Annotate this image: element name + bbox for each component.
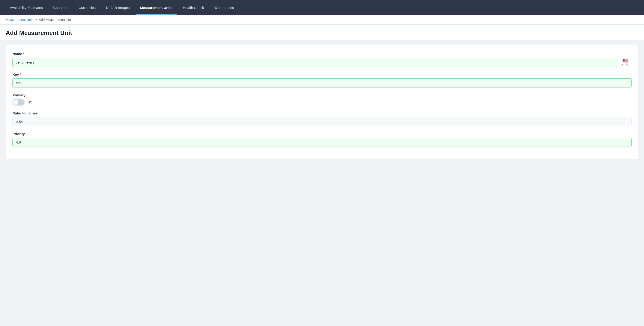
- locale-badge[interactable]: 🇺🇸 en-US: [618, 58, 632, 67]
- nav-item-warehouses[interactable]: Warehouses: [210, 0, 238, 15]
- breadcrumb-link[interactable]: Measurement Units: [6, 18, 34, 21]
- name-required-star: *: [23, 52, 24, 56]
- toggle-slider: [12, 99, 25, 105]
- nav-item-availability-estimates[interactable]: Availability Estimates: [6, 0, 47, 15]
- ratio-input[interactable]: [12, 117, 632, 126]
- breadcrumb-current: Add Measurement Unit: [39, 18, 72, 21]
- page-title-section: Add Measurement Unit: [0, 25, 644, 40]
- priority-input-wrapper: [12, 138, 632, 147]
- key-required-star: *: [20, 73, 21, 76]
- nav-item-health-check[interactable]: Health Check: [179, 0, 208, 15]
- priority-label: Priority: [12, 132, 632, 136]
- nav-item-measurement-units[interactable]: Measurement Units: [136, 0, 176, 15]
- form-card: Name * 🇺🇸 en-US Key *: [6, 45, 638, 159]
- ratio-field-group: Ratio to inches: [12, 111, 632, 126]
- name-input-wrapper: 🇺🇸 en-US: [12, 58, 632, 67]
- toggle-wrapper: NO: [12, 99, 632, 105]
- ratio-input-wrapper: [12, 117, 632, 126]
- primary-field-group: Primary NO: [12, 93, 632, 105]
- locale-text: en-US: [622, 63, 628, 66]
- ratio-label: Ratio to inches: [12, 111, 632, 115]
- toggle-label: NO: [28, 100, 32, 104]
- top-navigation: Availability EstimatesCountriesCurrencie…: [0, 0, 644, 15]
- priority-field-group: Priority: [12, 132, 632, 147]
- breadcrumb: Measurement Units / Add Measurement Unit: [0, 15, 644, 25]
- key-input-wrapper: [12, 78, 632, 87]
- key-label: Key *: [12, 72, 632, 76]
- page-title: Add Measurement Unit: [6, 29, 638, 36]
- primary-toggle[interactable]: [12, 99, 25, 105]
- name-label: Name *: [12, 52, 632, 56]
- locale-flag: 🇺🇸: [622, 59, 628, 63]
- main-content: Name * 🇺🇸 en-US Key *: [0, 40, 644, 326]
- nav-item-default-images[interactable]: Default Images: [102, 0, 134, 15]
- key-input[interactable]: [12, 78, 632, 87]
- primary-label: Primary: [12, 93, 632, 97]
- breadcrumb-separator: /: [36, 18, 37, 21]
- key-field-group: Key *: [12, 72, 632, 87]
- nav-item-countries[interactable]: Countries: [49, 0, 72, 15]
- name-input[interactable]: [12, 58, 632, 67]
- nav-item-currencies[interactable]: Currencies: [74, 0, 100, 15]
- priority-input[interactable]: [12, 138, 632, 147]
- name-field-group: Name * 🇺🇸 en-US: [12, 52, 632, 67]
